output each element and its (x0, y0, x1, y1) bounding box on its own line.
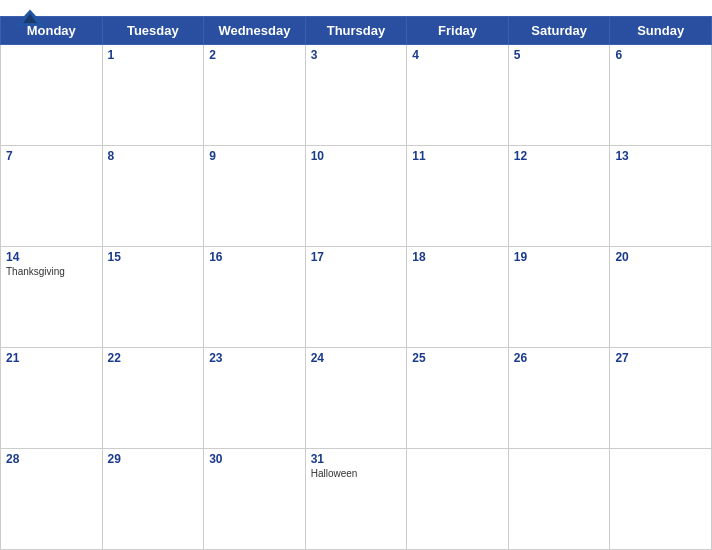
calendar-cell: 11 (407, 146, 509, 247)
week-row-5: 28293031Halloween (1, 449, 712, 550)
date-number: 2 (209, 48, 300, 62)
date-number: 16 (209, 250, 300, 264)
calendar-header (0, 0, 712, 16)
svg-rect-2 (16, 23, 44, 26)
calendar-cell: 22 (102, 348, 204, 449)
event-label: Halloween (311, 468, 402, 479)
calendar-cell: 16 (204, 247, 306, 348)
date-number: 28 (6, 452, 97, 466)
calendar-cell: 28 (1, 449, 103, 550)
date-number: 5 (514, 48, 605, 62)
calendar-cell: 31Halloween (305, 449, 407, 550)
day-header-sunday: Sunday (610, 17, 712, 45)
date-number: 7 (6, 149, 97, 163)
day-header-saturday: Saturday (508, 17, 610, 45)
calendar-cell: 21 (1, 348, 103, 449)
date-number: 29 (108, 452, 199, 466)
week-row-2: 78910111213 (1, 146, 712, 247)
calendar-cell: 9 (204, 146, 306, 247)
date-number: 18 (412, 250, 503, 264)
date-number: 9 (209, 149, 300, 163)
calendar-cell: 6 (610, 45, 712, 146)
calendar-cell (407, 449, 509, 550)
day-header-tuesday: Tuesday (102, 17, 204, 45)
calendar-cell: 14Thanksgiving (1, 247, 103, 348)
date-number: 14 (6, 250, 97, 264)
logo (16, 8, 44, 26)
date-number: 20 (615, 250, 706, 264)
day-header-wednesday: Wednesday (204, 17, 306, 45)
date-number: 22 (108, 351, 199, 365)
date-number: 12 (514, 149, 605, 163)
calendar-cell: 15 (102, 247, 204, 348)
calendar-cell: 29 (102, 449, 204, 550)
calendar-cell: 25 (407, 348, 509, 449)
calendar-cell: 1 (102, 45, 204, 146)
date-number: 23 (209, 351, 300, 365)
date-number: 6 (615, 48, 706, 62)
calendar-cell: 18 (407, 247, 509, 348)
calendar-cell: 20 (610, 247, 712, 348)
date-number: 17 (311, 250, 402, 264)
calendar-cell: 10 (305, 146, 407, 247)
date-number: 15 (108, 250, 199, 264)
calendar-cell: 26 (508, 348, 610, 449)
date-number: 10 (311, 149, 402, 163)
date-number: 21 (6, 351, 97, 365)
date-number: 27 (615, 351, 706, 365)
day-header-friday: Friday (407, 17, 509, 45)
week-row-1: 123456 (1, 45, 712, 146)
date-number: 26 (514, 351, 605, 365)
calendar-table: MondayTuesdayWednesdayThursdayFridaySatu… (0, 16, 712, 550)
date-number: 4 (412, 48, 503, 62)
calendar-cell: 19 (508, 247, 610, 348)
date-number: 31 (311, 452, 402, 466)
week-row-4: 21222324252627 (1, 348, 712, 449)
calendar-cell: 27 (610, 348, 712, 449)
date-number: 8 (108, 149, 199, 163)
date-number: 11 (412, 149, 503, 163)
calendar-cell: 23 (204, 348, 306, 449)
date-number: 24 (311, 351, 402, 365)
calendar-cell: 12 (508, 146, 610, 247)
calendar-container: MondayTuesdayWednesdayThursdayFridaySatu… (0, 0, 712, 550)
day-header-thursday: Thursday (305, 17, 407, 45)
date-number: 3 (311, 48, 402, 62)
calendar-cell: 13 (610, 146, 712, 247)
calendar-cell: 5 (508, 45, 610, 146)
calendar-cell (508, 449, 610, 550)
calendar-cell: 24 (305, 348, 407, 449)
logo-icon (16, 8, 44, 26)
calendar-cell: 7 (1, 146, 103, 247)
date-number: 25 (412, 351, 503, 365)
date-number: 19 (514, 250, 605, 264)
date-number: 13 (615, 149, 706, 163)
calendar-cell: 8 (102, 146, 204, 247)
calendar-cell: 2 (204, 45, 306, 146)
week-row-3: 14Thanksgiving151617181920 (1, 247, 712, 348)
calendar-cell (610, 449, 712, 550)
calendar-cell: 30 (204, 449, 306, 550)
calendar-cell (1, 45, 103, 146)
calendar-cell: 4 (407, 45, 509, 146)
date-number: 1 (108, 48, 199, 62)
event-label: Thanksgiving (6, 266, 97, 277)
days-header-row: MondayTuesdayWednesdayThursdayFridaySatu… (1, 17, 712, 45)
date-number: 30 (209, 452, 300, 466)
calendar-cell: 17 (305, 247, 407, 348)
calendar-cell: 3 (305, 45, 407, 146)
